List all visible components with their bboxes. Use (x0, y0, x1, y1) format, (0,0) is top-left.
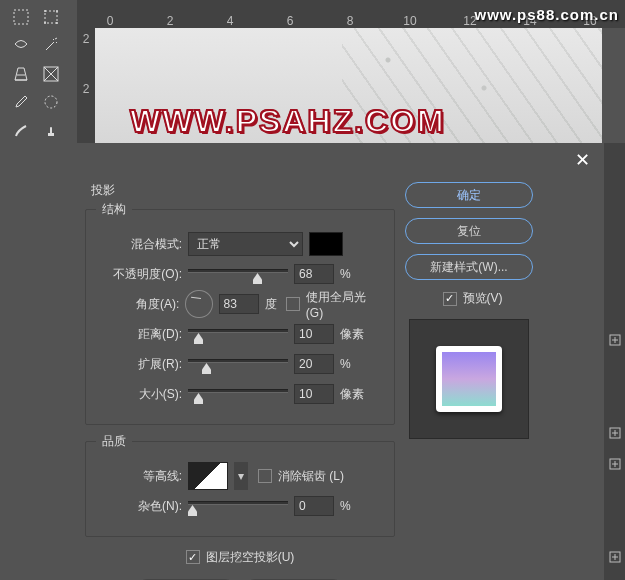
svg-point-3 (56, 10, 58, 12)
ok-button[interactable]: 确定 (405, 182, 533, 208)
lasso-tool[interactable] (8, 34, 34, 56)
noise-unit: % (340, 499, 351, 513)
spread-label: 扩展(R): (96, 356, 182, 373)
size-input[interactable] (294, 384, 334, 404)
expand-panel-icon[interactable] (604, 546, 625, 567)
opacity-label: 不透明度(O): (96, 266, 182, 283)
opacity-unit: % (340, 267, 351, 281)
antialias-label: 消除锯齿 (L) (278, 468, 344, 485)
svg-point-7 (45, 96, 57, 108)
noise-slider[interactable] (188, 497, 288, 515)
reset-button[interactable]: 复位 (405, 218, 533, 244)
preview-label: 预览(V) (463, 290, 503, 307)
angle-input[interactable] (219, 294, 259, 314)
svg-point-5 (56, 22, 58, 24)
contour-label: 等高线: (96, 468, 182, 485)
spread-unit: % (340, 357, 351, 371)
shadow-color-swatch[interactable] (309, 232, 343, 256)
angle-dial[interactable] (185, 290, 212, 318)
global-light-label: 使用全局光 (G) (306, 289, 384, 320)
chevron-down-icon[interactable]: ▾ (234, 462, 248, 490)
slice-tool[interactable] (38, 63, 64, 85)
distance-slider[interactable] (188, 325, 288, 343)
rect-marquee-tool[interactable] (8, 6, 34, 28)
size-slider[interactable] (188, 385, 288, 403)
preview-box (409, 319, 529, 439)
section-title: 投影 (91, 182, 395, 199)
perspective-crop-tool[interactable] (8, 63, 34, 85)
preview-gradient (442, 352, 496, 406)
quality-legend: 品质 (96, 433, 132, 450)
quality-group: 品质 等高线: ▾ 消除锯齿 (L) 杂色(N): % (85, 433, 395, 537)
distance-label: 距离(D): (96, 326, 182, 343)
noise-label: 杂色(N): (96, 498, 182, 515)
magic-wand-tool[interactable] (38, 34, 64, 56)
global-light-checkbox[interactable] (286, 297, 300, 311)
size-label: 大小(S): (96, 386, 182, 403)
watermark-text: www.ps88.com.cn (475, 6, 620, 23)
expand-panel-icon[interactable] (604, 453, 625, 474)
size-unit: 像素 (340, 386, 364, 403)
tools-toolbar (0, 0, 77, 150)
layer-style-dialog: ✕ 投影 结构 混合模式: 正常 不透明度(O): % 角度(A (0, 143, 604, 580)
opacity-slider[interactable] (188, 265, 288, 283)
preview-checkbox[interactable] (443, 292, 457, 306)
stamp-tool[interactable] (38, 120, 64, 142)
knockout-label: 图层挖空投影(U) (206, 549, 295, 566)
antialias-checkbox[interactable] (258, 469, 272, 483)
document-canvas: WWW.PSAHZ.COM (95, 28, 602, 150)
spread-slider[interactable] (188, 355, 288, 373)
knockout-checkbox[interactable] (186, 550, 200, 564)
opacity-input[interactable] (294, 264, 334, 284)
logo-text: WWW.PSAHZ.COM (130, 103, 446, 140)
structure-group: 结构 混合模式: 正常 不透明度(O): % 角度(A): 度 (85, 201, 395, 425)
brush-tool[interactable] (8, 120, 34, 142)
structure-legend: 结构 (96, 201, 132, 218)
expand-panel-icon[interactable] (604, 329, 625, 350)
blend-mode-select[interactable]: 正常 (188, 232, 303, 256)
right-panel-strip (604, 143, 625, 580)
svg-rect-1 (45, 11, 57, 23)
svg-point-4 (44, 22, 46, 24)
vertical-ruler: 22 (77, 28, 95, 150)
angle-label: 角度(A): (96, 296, 179, 313)
svg-rect-0 (14, 10, 28, 24)
blend-mode-label: 混合模式: (96, 236, 182, 253)
contour-picker[interactable] (188, 462, 228, 490)
eyedropper-tool[interactable] (8, 91, 34, 113)
distance-input[interactable] (294, 324, 334, 344)
spread-input[interactable] (294, 354, 334, 374)
close-icon[interactable]: ✕ (575, 149, 590, 171)
angle-unit: 度 (265, 296, 277, 313)
new-style-button[interactable]: 新建样式(W)... (405, 254, 533, 280)
marquee-move-tool[interactable] (38, 91, 64, 113)
expand-panel-icon[interactable] (604, 422, 625, 443)
noise-input[interactable] (294, 496, 334, 516)
crop-tool[interactable] (38, 6, 64, 28)
svg-point-2 (44, 10, 46, 12)
dialog-titlebar: ✕ (0, 143, 604, 176)
distance-unit: 像素 (340, 326, 364, 343)
